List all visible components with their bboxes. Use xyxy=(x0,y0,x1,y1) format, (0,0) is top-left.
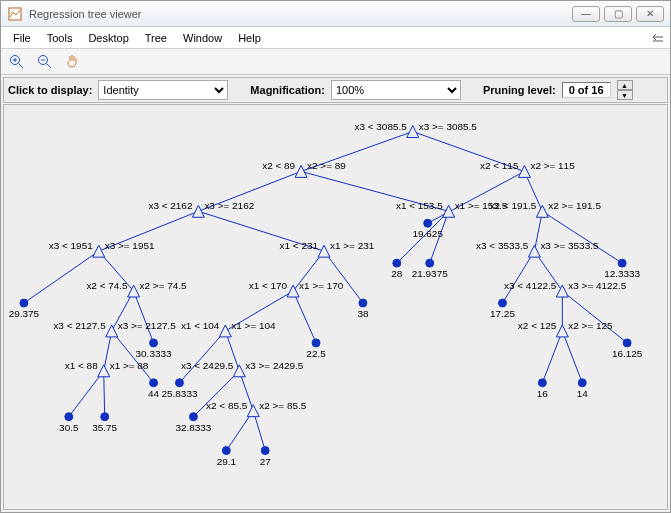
split-left-label: x3 < 2429.5 xyxy=(181,360,234,371)
tree-edge xyxy=(542,331,562,383)
menu-help[interactable]: Help xyxy=(230,29,269,47)
leaf-value: 44 xyxy=(148,388,160,399)
zoom-in-icon[interactable] xyxy=(7,52,27,72)
tree-split-node[interactable] xyxy=(407,126,419,138)
tree-leaf-node[interactable] xyxy=(623,339,631,347)
leaf-value: 38 xyxy=(357,308,369,319)
split-right-label: x3 >= 2162 xyxy=(204,200,254,211)
split-right-label: x2 >= 85.5 xyxy=(259,400,307,411)
split-right-label: x1 >= 231 xyxy=(330,240,375,251)
tree-leaf-node[interactable] xyxy=(189,413,197,421)
leaf-value: 19.625 xyxy=(412,228,443,239)
tree-split-node[interactable] xyxy=(233,365,245,377)
tree-split-node[interactable] xyxy=(318,245,330,257)
leaf-value: 22.5 xyxy=(306,348,326,359)
tree-leaf-node[interactable] xyxy=(65,413,73,421)
tree-split-node[interactable] xyxy=(219,325,231,337)
leaf-value: 21.9375 xyxy=(412,268,448,279)
leaf-value: 16.125 xyxy=(612,348,643,359)
leaf-value: 29.1 xyxy=(217,456,237,467)
tree-leaf-node[interactable] xyxy=(175,379,183,387)
dock-icon[interactable] xyxy=(650,30,666,46)
split-right-label: x2 >= 125 xyxy=(568,320,613,331)
tree-leaf-node[interactable] xyxy=(424,219,432,227)
tree-split-node[interactable] xyxy=(528,245,540,257)
tree-edge xyxy=(428,171,525,223)
split-left-label: x2 < 125 xyxy=(518,320,557,331)
split-left-label: x3 < 2162 xyxy=(148,200,192,211)
split-left-label: x3 < 1951 xyxy=(49,240,93,251)
menu-tools[interactable]: Tools xyxy=(39,29,81,47)
tree-edge xyxy=(104,371,105,417)
pruning-up-button[interactable]: ▲ xyxy=(617,80,633,90)
tree-leaf-node[interactable] xyxy=(578,379,586,387)
split-left-label: x1 < 170 xyxy=(249,280,288,291)
tree-leaf-node[interactable] xyxy=(20,299,28,307)
tree-split-node[interactable] xyxy=(247,405,259,417)
minimize-button[interactable]: — xyxy=(572,6,600,22)
split-left-label: x1 < 153.5 xyxy=(396,200,443,211)
title-bar: Regression tree viewer — ▢ ✕ xyxy=(1,1,670,27)
tree-split-node[interactable] xyxy=(287,285,299,297)
close-button[interactable]: ✕ xyxy=(636,6,664,22)
tree-leaf-node[interactable] xyxy=(101,413,109,421)
zoom-out-icon[interactable] xyxy=(35,52,55,72)
tree-leaf-node[interactable] xyxy=(393,259,401,267)
menu-desktop[interactable]: Desktop xyxy=(80,29,136,47)
tree-split-node[interactable] xyxy=(295,165,307,177)
split-right-label: x2 >= 115 xyxy=(530,160,575,171)
tree-leaf-node[interactable] xyxy=(150,379,158,387)
tree-leaf-node[interactable] xyxy=(618,259,626,267)
tree-edge xyxy=(24,251,99,303)
leaf-value: 12.3333 xyxy=(604,268,640,279)
split-right-label: x2 >= 89 xyxy=(307,160,346,171)
tree-leaf-node[interactable] xyxy=(359,299,367,307)
menu-bar: File Tools Desktop Tree Window Help xyxy=(1,27,670,49)
split-left-label: x2 < 191.5 xyxy=(490,200,537,211)
tree-split-node[interactable] xyxy=(556,325,568,337)
window-title: Regression tree viewer xyxy=(29,8,568,20)
pan-icon[interactable] xyxy=(63,52,83,72)
split-right-label: x3 >= 2127.5 xyxy=(118,320,177,331)
tree-split-node[interactable] xyxy=(106,325,118,337)
tree-leaf-node[interactable] xyxy=(499,299,507,307)
menu-tree[interactable]: Tree xyxy=(137,29,175,47)
leaf-value: 25.8333 xyxy=(161,388,197,399)
menu-window[interactable]: Window xyxy=(175,29,230,47)
tree-leaf-node[interactable] xyxy=(222,447,230,455)
leaf-value: 28 xyxy=(391,268,403,279)
split-left-label: x3 < 4122.5 xyxy=(504,280,557,291)
tree-edge xyxy=(293,291,316,343)
tree-leaf-node[interactable] xyxy=(312,339,320,347)
split-left-label: x3 < 3533.5 xyxy=(476,240,529,251)
tree-leaf-node[interactable] xyxy=(261,447,269,455)
magnification-select[interactable]: 100% xyxy=(331,80,461,100)
tree-split-node[interactable] xyxy=(443,205,455,217)
tree-split-node[interactable] xyxy=(536,205,548,217)
tree-canvas[interactable]: x3 < 3085.5x3 >= 3085.5x2 < 89x2 >= 89x2… xyxy=(3,104,668,510)
tree-split-node[interactable] xyxy=(556,285,568,297)
tree-edge xyxy=(134,291,154,343)
tree-edge xyxy=(562,331,582,383)
split-right-label: x1 >= 88 xyxy=(110,360,149,371)
pruning-value: 0 of 16 xyxy=(562,82,611,98)
tree-split-node[interactable] xyxy=(518,165,530,177)
tree-leaf-node[interactable] xyxy=(150,339,158,347)
tree-split-node[interactable] xyxy=(98,365,110,377)
pruning-down-button[interactable]: ▼ xyxy=(617,90,633,100)
pruning-spinner: ▲ ▼ xyxy=(617,80,633,100)
menu-file[interactable]: File xyxy=(5,29,39,47)
tree-leaf-node[interactable] xyxy=(426,259,434,267)
tree-split-node[interactable] xyxy=(192,205,204,217)
leaf-value: 35.75 xyxy=(92,422,117,433)
tree-leaf-node[interactable] xyxy=(538,379,546,387)
split-right-label: x1 >= 104 xyxy=(231,320,276,331)
tree-split-node[interactable] xyxy=(93,245,105,257)
leaf-value: 16 xyxy=(537,388,549,399)
tree-edge xyxy=(324,251,363,303)
maximize-button[interactable]: ▢ xyxy=(604,6,632,22)
display-select[interactable]: Identity xyxy=(98,80,228,100)
split-right-label: x3 >= 3533.5 xyxy=(540,240,599,251)
split-left-label: x1 < 88 xyxy=(65,360,98,371)
leaf-value: 17.25 xyxy=(490,308,515,319)
